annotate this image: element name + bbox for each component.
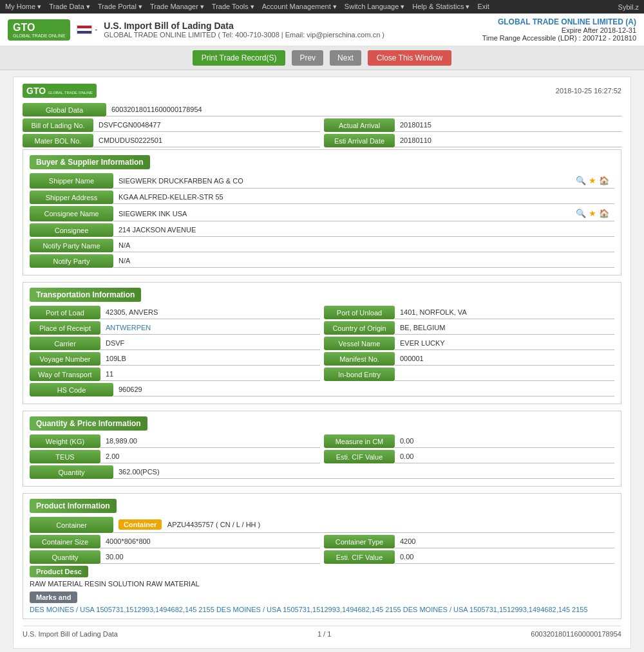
vessel-name-value: EVER LUCKY: [395, 337, 614, 350]
header-right: GLOBAL TRADE ONLINE LIMITED (A) Expire A…: [482, 17, 636, 42]
teus-label: TEUS: [30, 450, 100, 463]
notify-party-label: Notify Party: [30, 254, 113, 268]
hs-code-value: 960629: [113, 383, 614, 396]
consignee-label: Consignee: [30, 223, 113, 237]
record-footer: U.S. Import Bill of Lading Data 1 / 1 60…: [23, 626, 621, 642]
country-origin-label: Country of Origin: [324, 321, 395, 335]
teus-cif-row: TEUS 2.00 Esti. CIF Value 0.00: [30, 450, 614, 463]
quantity-price-section: Quantity & Price Information Weight (KG)…: [23, 411, 621, 487]
container-type-value: 4200: [395, 535, 614, 548]
nav-trade-manager[interactable]: Trade Manager ▾: [150, 3, 204, 11]
cif-value-label: Esti. CIF Value: [324, 450, 395, 463]
shipper-home-icon[interactable]: 🏠: [599, 176, 609, 185]
bol-actual-row: Bill of Lading No. DSVFCGN0048477 Actual…: [23, 118, 621, 132]
transportation-section: Transportation Information Port of Load …: [23, 282, 621, 404]
place-receipt-value: ANTWERPEN: [100, 321, 320, 335]
buyer-supplier-header: Buyer & Supplier Information: [30, 155, 150, 169]
consignee-name-text: SIEGWERK INK USA: [118, 210, 187, 218]
record-logo-box: GTO GLOBAL TRADE ONLINE: [23, 84, 97, 98]
bol-label: Bill of Lading No.: [23, 118, 93, 132]
place-receipt-field: Place of Receipt ANTWERPEN: [30, 321, 320, 335]
manifest-field: Manifest No. 000001: [324, 352, 614, 366]
toolbar-top: Print Trade Record(S) Prev Next Close Th…: [0, 46, 644, 70]
quantity-value: 362.00(PCS): [113, 465, 614, 479]
record-logo-text: GTO: [26, 86, 46, 96]
nav-trade-data[interactable]: Trade Data ▾: [49, 3, 90, 11]
measure-field: Measure in CM 0.00: [324, 434, 614, 448]
nav-account-management[interactable]: Account Management ▾: [262, 3, 337, 11]
teus-field: TEUS 2.00: [30, 450, 320, 463]
product-cif-value: 0.00: [395, 550, 614, 564]
shipper-search-icon[interactable]: 🔍: [576, 176, 586, 185]
flag-icon: [77, 25, 92, 34]
transportation-header: Transportation Information: [30, 288, 141, 302]
manifest-label: Manifest No.: [324, 352, 395, 366]
page-header: GTO GLOBAL TRADE ONLINE - U.S. Import Bi…: [0, 14, 644, 46]
cif-value-value: 0.00: [395, 450, 614, 463]
consignee-name-row: Consignee Name SIEGWERK INK USA 🔍 ★ 🏠: [30, 206, 614, 221]
actual-arrival-field: Actual Arrival 20180115: [324, 118, 621, 132]
esti-arrival-value: 20180110: [395, 134, 621, 147]
port-row: Port of Load 42305, ANVERS Port of Unloa…: [30, 306, 614, 319]
nav-trade-portal[interactable]: Trade Portal ▾: [98, 3, 142, 11]
vessel-name-field: Vessel Name EVER LUCKY: [324, 337, 614, 350]
time-range: Time Range Accessible (LDR) : 200712 - 2…: [482, 34, 636, 42]
nav-switch-language[interactable]: Switch Language ▾: [345, 3, 404, 11]
container-badge: Container: [118, 519, 162, 530]
way-transport-label: Way of Transport: [30, 368, 100, 381]
shipper-icons: 🔍 ★ 🏠: [576, 176, 609, 185]
product-cif-label: Esti. CIF Value: [324, 550, 395, 564]
container-label-el: Container: [30, 517, 113, 533]
nav-my-home[interactable]: My Home ▾: [5, 3, 41, 11]
record-header: GTO GLOBAL TRADE ONLINE 2018-10-25 16:27…: [23, 84, 621, 98]
print-record-button-top[interactable]: Print Trade Record(S): [193, 50, 286, 66]
port-load-field: Port of Load 42305, ANVERS: [30, 306, 320, 319]
quantity-row: Quantity 362.00(PCS): [30, 465, 614, 479]
consignee-row: Consignee 214 JACKSON AVENUE: [30, 223, 614, 237]
product-qty-label: Quantity: [30, 550, 100, 564]
product-qty-field: Quantity 30.00: [30, 550, 320, 564]
teus-value: 2.00: [100, 450, 320, 463]
nav-help-statistics[interactable]: Help & Statistics ▾: [412, 3, 469, 11]
country-origin-field: Country of Origin BE, BELGIUM: [324, 321, 614, 335]
prev-button-top[interactable]: Prev: [292, 50, 323, 66]
shipper-name-value: SIEGWERK DRUCKFARBEN AG & CO 🔍 ★ 🏠: [113, 173, 614, 189]
shipper-star-icon[interactable]: ★: [589, 176, 596, 185]
consignee-home-icon[interactable]: 🏠: [599, 209, 609, 218]
product-section: Product Information Container Container …: [23, 493, 621, 619]
product-desc-text: RAW MATERIAL RESIN SOLUTION RAW MATERIAL: [30, 580, 614, 588]
weight-measure-row: Weight (KG) 18,989.00 Measure in CM 0.00: [30, 434, 614, 448]
buyer-supplier-section: Buyer & Supplier Information Shipper Nam…: [23, 149, 621, 275]
container-type-field: Container Type 4200: [324, 535, 614, 548]
voyage-manifest-row: Voyage Number 109LB Manifest No. 000001: [30, 352, 614, 366]
voyage-field: Voyage Number 109LB: [30, 352, 320, 366]
close-window-button-top[interactable]: Close This Window: [368, 50, 451, 66]
quantity-label: Quantity: [30, 465, 113, 479]
next-button-top[interactable]: Next: [330, 50, 361, 66]
carrier-label: Carrier: [30, 337, 100, 350]
inbond-field: In-bond Entry: [324, 368, 614, 381]
consignee-name-value: SIEGWERK INK USA 🔍 ★ 🏠: [113, 206, 614, 221]
product-desc-block: Product Desc RAW MATERIAL RESIN SOLUTION…: [30, 566, 614, 588]
main-content: GTO GLOBAL TRADE ONLINE 2018-10-25 16:27…: [0, 70, 644, 652]
port-unload-label: Port of Unload: [324, 306, 395, 319]
consignee-search-icon[interactable]: 🔍: [576, 209, 586, 218]
way-transport-field: Way of Transport 11: [30, 368, 320, 381]
record-timestamp: 2018-10-25 16:27:52: [556, 87, 621, 95]
nav-trade-tools[interactable]: Trade Tools ▾: [212, 3, 254, 11]
quantity-price-header: Quantity & Price Information: [30, 416, 147, 431]
receipt-origin-row: Place of Receipt ANTWERPEN Country of Or…: [30, 321, 614, 335]
logo-sub: GLOBAL TRADE ONLINE: [13, 33, 65, 38]
port-load-label: Port of Load: [30, 306, 100, 319]
inbond-label: In-bond Entry: [324, 368, 395, 381]
shipper-address-label: Shipper Address: [30, 191, 113, 204]
carrier-field: Carrier DSVF: [30, 337, 320, 350]
notify-party-value: N/A: [113, 254, 614, 268]
consignee-star-icon[interactable]: ★: [589, 209, 596, 218]
weight-label: Weight (KG): [30, 434, 100, 448]
marks-text: DES MOINES / USA 1505731,1512993,1494682…: [30, 606, 614, 613]
nav-items: My Home ▾ Trade Data ▾ Trade Portal ▾ Tr…: [5, 3, 489, 11]
nav-exit[interactable]: Exit: [477, 3, 489, 11]
expire-info: Expire After 2018-12-31: [482, 26, 636, 34]
shipper-name-row: Shipper Name SIEGWERK DRUCKFARBEN AG & C…: [30, 173, 614, 189]
